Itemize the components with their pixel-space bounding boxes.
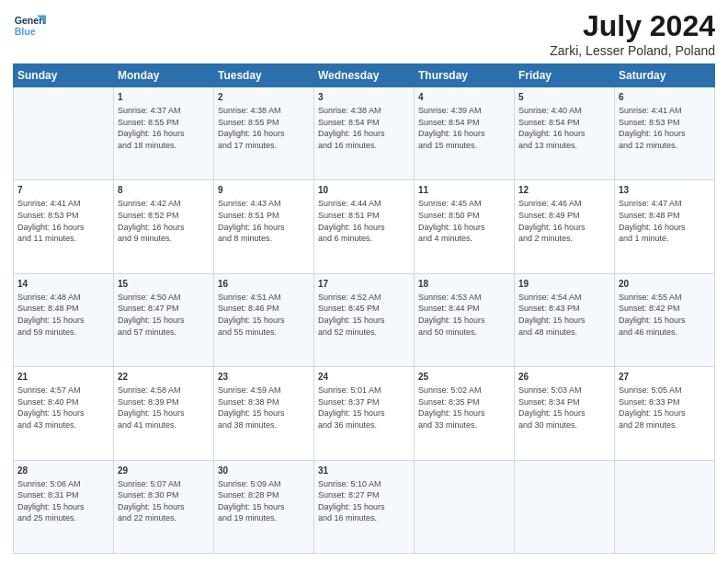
- week-row-4: 21Sunrise: 4:57 AMSunset: 8:40 PMDayligh…: [14, 367, 715, 460]
- cell-content: Sunrise: 4:47 AMSunset: 8:48 PMDaylight:…: [619, 198, 711, 244]
- day-number: 21: [17, 371, 109, 384]
- title-area: July 2024 Zarki, Lesser Poland, Poland: [550, 9, 715, 58]
- day-number: 29: [118, 465, 210, 477]
- cell-4-4: 24Sunrise: 5:01 AMSunset: 8:37 PMDayligh…: [314, 367, 415, 460]
- cell-4-1: 21Sunrise: 4:57 AMSunset: 8:40 PMDayligh…: [14, 367, 114, 460]
- day-number: 1: [118, 91, 210, 104]
- cell-3-7: 20Sunrise: 4:55 AMSunset: 8:42 PMDayligh…: [615, 273, 715, 366]
- cell-5-6: [515, 460, 615, 553]
- page: General Blue July 2024 Zarki, Lesser Pol…: [0, 0, 728, 563]
- day-number: 26: [518, 371, 610, 384]
- day-number: 7: [17, 184, 109, 197]
- cell-content: Sunrise: 4:38 AMSunset: 8:54 PMDaylight:…: [318, 105, 410, 151]
- cell-2-6: 12Sunrise: 4:46 AMSunset: 8:49 PMDayligh…: [515, 180, 615, 273]
- cell-content: Sunrise: 4:58 AMSunset: 8:39 PMDaylight:…: [118, 385, 210, 431]
- logo: General Blue: [13, 9, 46, 42]
- day-number: 28: [17, 465, 109, 477]
- cell-content: Sunrise: 5:01 AMSunset: 8:37 PMDaylight:…: [318, 385, 410, 431]
- day-number: 19: [518, 278, 610, 291]
- cell-content: Sunrise: 4:57 AMSunset: 8:40 PMDaylight:…: [17, 385, 109, 431]
- day-number: 24: [318, 371, 410, 384]
- cell-3-2: 15Sunrise: 4:50 AMSunset: 8:47 PMDayligh…: [114, 273, 214, 366]
- cell-5-1: 28Sunrise: 5:06 AMSunset: 8:31 PMDayligh…: [14, 460, 114, 553]
- cell-content: Sunrise: 4:37 AMSunset: 8:55 PMDaylight:…: [118, 105, 210, 151]
- cell-3-1: 14Sunrise: 4:48 AMSunset: 8:48 PMDayligh…: [14, 273, 114, 366]
- cell-1-6: 5Sunrise: 4:40 AMSunset: 8:54 PMDaylight…: [515, 87, 615, 180]
- cell-content: Sunrise: 5:09 AMSunset: 8:28 PMDaylight:…: [218, 478, 310, 524]
- day-number: 30: [218, 465, 310, 477]
- cell-5-7: [615, 460, 715, 553]
- cell-content: Sunrise: 4:38 AMSunset: 8:55 PMDaylight:…: [218, 105, 310, 151]
- day-number: 11: [418, 184, 510, 197]
- cell-content: Sunrise: 4:55 AMSunset: 8:42 PMDaylight:…: [619, 292, 711, 338]
- cell-2-1: 7Sunrise: 4:41 AMSunset: 8:53 PMDaylight…: [14, 180, 114, 273]
- col-sunday: Sunday: [14, 64, 114, 87]
- header-row: Sunday Monday Tuesday Wednesday Thursday…: [14, 64, 715, 87]
- day-number: 10: [318, 184, 410, 197]
- cell-4-3: 23Sunrise: 4:59 AMSunset: 8:38 PMDayligh…: [214, 367, 314, 460]
- cell-content: Sunrise: 4:41 AMSunset: 8:53 PMDaylight:…: [17, 198, 109, 244]
- cell-content: Sunrise: 5:07 AMSunset: 8:30 PMDaylight:…: [118, 478, 210, 524]
- cell-4-5: 25Sunrise: 5:02 AMSunset: 8:35 PMDayligh…: [415, 367, 515, 460]
- day-number: 25: [418, 371, 510, 384]
- cell-content: Sunrise: 4:43 AMSunset: 8:51 PMDaylight:…: [218, 198, 310, 244]
- day-number: 9: [218, 184, 310, 197]
- day-number: 20: [619, 278, 711, 291]
- cell-3-3: 16Sunrise: 4:51 AMSunset: 8:46 PMDayligh…: [214, 273, 314, 366]
- day-number: 14: [17, 278, 109, 291]
- cell-content: Sunrise: 4:44 AMSunset: 8:51 PMDaylight:…: [318, 198, 410, 244]
- cell-content: Sunrise: 5:02 AMSunset: 8:35 PMDaylight:…: [418, 385, 510, 431]
- subtitle: Zarki, Lesser Poland, Poland: [550, 43, 715, 58]
- cell-content: Sunrise: 4:42 AMSunset: 8:52 PMDaylight:…: [118, 198, 210, 244]
- cell-content: Sunrise: 5:10 AMSunset: 8:27 PMDaylight:…: [318, 478, 410, 524]
- cell-2-7: 13Sunrise: 4:47 AMSunset: 8:48 PMDayligh…: [615, 180, 715, 273]
- svg-text:Blue: Blue: [15, 26, 36, 37]
- day-number: 3: [318, 91, 410, 104]
- cell-2-3: 9Sunrise: 4:43 AMSunset: 8:51 PMDaylight…: [214, 180, 314, 273]
- cell-content: Sunrise: 4:54 AMSunset: 8:43 PMDaylight:…: [518, 292, 610, 338]
- cell-content: Sunrise: 4:46 AMSunset: 8:49 PMDaylight:…: [518, 198, 610, 244]
- cell-1-5: 4Sunrise: 4:39 AMSunset: 8:54 PMDaylight…: [415, 87, 515, 180]
- cell-content: Sunrise: 5:03 AMSunset: 8:34 PMDaylight:…: [518, 385, 610, 431]
- cell-3-4: 17Sunrise: 4:52 AMSunset: 8:45 PMDayligh…: [314, 273, 415, 366]
- week-row-5: 28Sunrise: 5:06 AMSunset: 8:31 PMDayligh…: [14, 460, 715, 553]
- cell-content: Sunrise: 5:05 AMSunset: 8:33 PMDaylight:…: [619, 385, 711, 431]
- day-number: 13: [619, 184, 711, 197]
- col-tuesday: Tuesday: [214, 64, 314, 87]
- day-number: 4: [418, 91, 510, 104]
- cell-1-2: 1Sunrise: 4:37 AMSunset: 8:55 PMDaylight…: [114, 87, 214, 180]
- cell-1-3: 2Sunrise: 4:38 AMSunset: 8:55 PMDaylight…: [214, 87, 314, 180]
- cell-content: Sunrise: 4:52 AMSunset: 8:45 PMDaylight:…: [318, 292, 410, 338]
- calendar-table: Sunday Monday Tuesday Wednesday Thursday…: [13, 63, 715, 554]
- col-monday: Monday: [114, 64, 214, 87]
- cell-1-4: 3Sunrise: 4:38 AMSunset: 8:54 PMDaylight…: [314, 87, 415, 180]
- cell-5-2: 29Sunrise: 5:07 AMSunset: 8:30 PMDayligh…: [114, 460, 214, 553]
- col-saturday: Saturday: [615, 64, 715, 87]
- week-row-2: 7Sunrise: 4:41 AMSunset: 8:53 PMDaylight…: [14, 180, 715, 273]
- cell-3-5: 18Sunrise: 4:53 AMSunset: 8:44 PMDayligh…: [415, 273, 515, 366]
- cell-5-3: 30Sunrise: 5:09 AMSunset: 8:28 PMDayligh…: [214, 460, 314, 553]
- cell-4-6: 26Sunrise: 5:03 AMSunset: 8:34 PMDayligh…: [515, 367, 615, 460]
- day-number: 8: [118, 184, 210, 197]
- cell-3-6: 19Sunrise: 4:54 AMSunset: 8:43 PMDayligh…: [515, 273, 615, 366]
- week-row-1: 1Sunrise: 4:37 AMSunset: 8:55 PMDaylight…: [14, 87, 715, 180]
- day-number: 22: [118, 371, 210, 384]
- day-number: 27: [619, 371, 711, 384]
- cell-content: Sunrise: 4:51 AMSunset: 8:46 PMDaylight:…: [218, 292, 310, 338]
- main-title: July 2024: [550, 9, 715, 43]
- col-thursday: Thursday: [415, 64, 515, 87]
- logo-icon: General Blue: [13, 9, 46, 42]
- week-row-3: 14Sunrise: 4:48 AMSunset: 8:48 PMDayligh…: [14, 273, 715, 366]
- cell-content: Sunrise: 4:45 AMSunset: 8:50 PMDaylight:…: [418, 198, 510, 244]
- day-number: 15: [118, 278, 210, 291]
- cell-1-7: 6Sunrise: 4:41 AMSunset: 8:53 PMDaylight…: [615, 87, 715, 180]
- day-number: 5: [518, 91, 610, 104]
- cell-4-7: 27Sunrise: 5:05 AMSunset: 8:33 PMDayligh…: [615, 367, 715, 460]
- col-friday: Friday: [515, 64, 615, 87]
- day-number: 16: [218, 278, 310, 291]
- day-number: 6: [619, 91, 711, 104]
- cell-content: Sunrise: 4:50 AMSunset: 8:47 PMDaylight:…: [118, 292, 210, 338]
- day-number: 18: [418, 278, 510, 291]
- calendar-body: 1Sunrise: 4:37 AMSunset: 8:55 PMDaylight…: [14, 87, 715, 554]
- day-number: 31: [318, 465, 410, 477]
